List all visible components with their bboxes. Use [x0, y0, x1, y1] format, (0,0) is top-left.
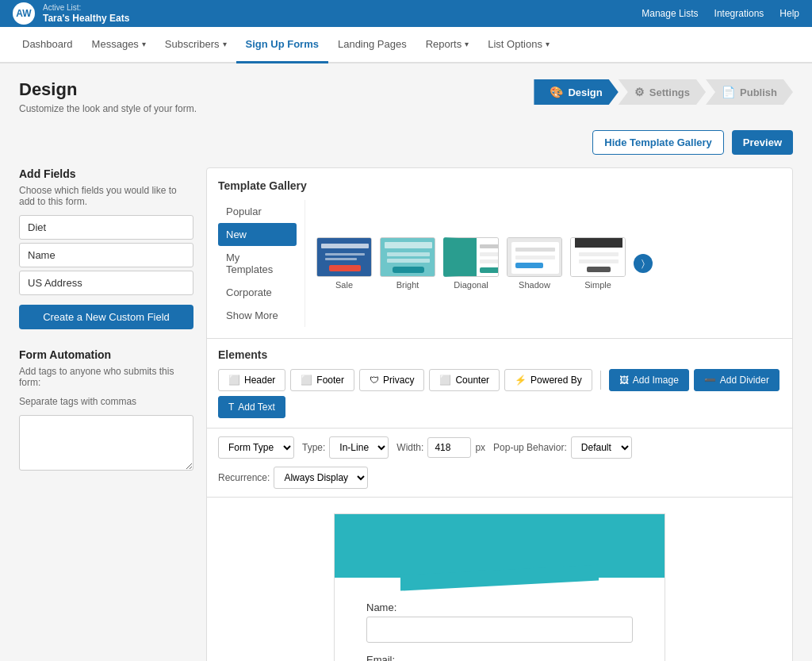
help-link[interactable]: Help	[779, 8, 799, 19]
template-sale-preview	[316, 237, 372, 277]
svg-rect-18	[515, 248, 555, 252]
width-input[interactable]	[427, 437, 471, 458]
form-type-select[interactable]: Form Type	[218, 436, 294, 459]
template-diagonal[interactable]: Diagonal	[443, 237, 499, 290]
toolbar-row: Hide Template Gallery Preview	[19, 130, 793, 155]
gallery-cat-new[interactable]: New	[218, 223, 297, 246]
svg-rect-11	[459, 238, 477, 277]
template-bright-preview	[380, 237, 435, 277]
template-sale-label: Sale	[335, 280, 353, 290]
nav-dashboard[interactable]: Dashboard	[13, 27, 82, 63]
nav-messages[interactable]: Messages ▾	[82, 27, 155, 63]
form-body: Name: Email: + Submit We respect your em…	[335, 578, 665, 661]
nav-landing-pages[interactable]: Landing Pages	[328, 27, 416, 63]
main-nav: Dashboard Messages ▾ Subscribers ▾ Sign …	[0, 27, 812, 63]
template-bright-label: Bright	[396, 280, 419, 290]
nav-subscribers[interactable]: Subscribers ▾	[155, 27, 236, 63]
form-header-banner	[335, 514, 665, 578]
add-text-button[interactable]: T Add Text	[218, 396, 285, 418]
template-shadow[interactable]: Shadow	[507, 237, 562, 290]
svg-rect-1	[321, 244, 369, 248]
page-title-block: Design Customize the look and style of y…	[19, 79, 197, 114]
top-bar-right: Manage Lists Integrations Help	[642, 8, 799, 19]
type-label: Type:	[302, 442, 325, 453]
nav-list-options[interactable]: List Options ▾	[478, 27, 559, 63]
type-group: Type: In-Line	[302, 436, 389, 459]
page-header: Design Customize the look and style of y…	[19, 79, 793, 114]
field-us-address[interactable]: US Address	[19, 271, 193, 295]
field-name[interactable]: Name	[19, 243, 193, 267]
svg-rect-24	[579, 259, 619, 263]
counter-icon: ⬜	[439, 375, 451, 386]
gallery-cat-show-more[interactable]: Show More	[218, 304, 297, 327]
name-field-group: Name:	[366, 601, 633, 643]
template-shadow-preview	[507, 237, 562, 277]
active-list-name: Tara's Healthy Eats	[43, 13, 129, 25]
add-text-icon: T	[228, 402, 234, 413]
template-simple[interactable]: Simple	[570, 237, 626, 290]
popup-select[interactable]: Default	[571, 436, 632, 459]
form-automation-section: Form Automation Add tags to anyone who s…	[19, 348, 193, 473]
svg-rect-15	[480, 267, 499, 273]
hide-gallery-button[interactable]: Hide Template Gallery	[592, 130, 724, 155]
gallery-cat-popular[interactable]: Popular	[218, 200, 297, 223]
element-footer-button[interactable]: ⬜ Footer	[290, 369, 354, 391]
wizard-steps: 🎨 Design ⚙ Settings 📄 Publish	[534, 79, 793, 105]
top-bar-left: AW Active List: Tara's Healthy Eats	[13, 2, 129, 25]
settings-step-label: Settings	[649, 86, 690, 98]
gallery-cat-corporate[interactable]: Corporate	[218, 281, 297, 304]
element-counter-button[interactable]: ⬜ Counter	[429, 369, 500, 391]
svg-rect-13	[480, 252, 499, 256]
manage-lists-link[interactable]: Manage Lists	[642, 8, 698, 19]
template-shadow-label: Shadow	[519, 280, 550, 290]
width-group: Width: px	[396, 437, 485, 458]
form-automation-description: Add tags to anyone who submits this form…	[19, 366, 193, 388]
recurrence-label: Recurrence:	[218, 472, 270, 483]
px-label: px	[475, 442, 485, 453]
add-fields-section: Add Fields Choose which fields you would…	[19, 167, 193, 329]
gallery-next-button[interactable]: 〉	[634, 254, 653, 273]
gallery-cat-my-templates[interactable]: My Templates	[218, 246, 297, 281]
svg-rect-22	[575, 238, 622, 248]
nav-sign-up-forms[interactable]: Sign Up Forms	[236, 27, 328, 63]
field-diet[interactable]: Diet	[19, 215, 193, 240]
powered-by-icon: ⚡	[515, 375, 527, 386]
list-options-chevron: ▾	[546, 40, 550, 48]
messages-chevron: ▾	[142, 40, 146, 48]
type-select[interactable]: In-Line	[329, 436, 389, 459]
element-privacy-button[interactable]: 🛡 Privacy	[359, 369, 424, 391]
header-icon: ⬜	[228, 375, 240, 386]
page-title: Design	[19, 79, 197, 100]
element-header-button[interactable]: ⬜ Header	[218, 369, 285, 391]
popup-group: Pop-up Behavior: Default	[493, 436, 632, 459]
form-canvas: Name: Email: + Submit We respect your em…	[207, 498, 792, 661]
recurrence-select[interactable]: Always Display	[274, 467, 368, 489]
add-image-icon: 🖼	[619, 375, 629, 386]
settings-step-icon: ⚙	[634, 86, 645, 98]
preview-button[interactable]: Preview	[732, 130, 793, 155]
svg-rect-25	[587, 267, 611, 272]
wizard-step-settings[interactable]: ⚙ Settings	[619, 79, 706, 105]
svg-rect-7	[387, 252, 430, 256]
add-divider-button[interactable]: ➖ Add Divider	[694, 369, 779, 391]
form-automation-title: Form Automation	[19, 348, 193, 361]
template-sale[interactable]: Sale	[316, 237, 372, 290]
subscribers-chevron: ▾	[223, 40, 227, 48]
nav-reports[interactable]: Reports ▾	[416, 27, 479, 63]
publish-step-icon: 📄	[722, 86, 735, 98]
width-label: Width:	[396, 442, 423, 453]
wizard-step-design[interactable]: 🎨 Design	[534, 79, 618, 105]
add-image-button[interactable]: 🖼 Add Image	[609, 369, 689, 391]
logo: AW	[13, 2, 35, 25]
wizard-step-publish[interactable]: 📄 Publish	[706, 79, 793, 105]
element-powered-by-button[interactable]: ⚡ Powered By	[504, 369, 592, 391]
integrations-link[interactable]: Integrations	[714, 8, 764, 19]
design-step-label: Design	[568, 86, 602, 98]
template-bright[interactable]: Bright	[380, 237, 435, 290]
name-field-input[interactable]	[366, 617, 633, 643]
svg-rect-8	[387, 259, 430, 263]
create-custom-field-button[interactable]: Create a New Custom Field	[19, 305, 193, 329]
privacy-icon: 🛡	[370, 375, 379, 386]
tags-textarea[interactable]	[19, 415, 193, 471]
publish-step-label: Publish	[740, 86, 777, 98]
